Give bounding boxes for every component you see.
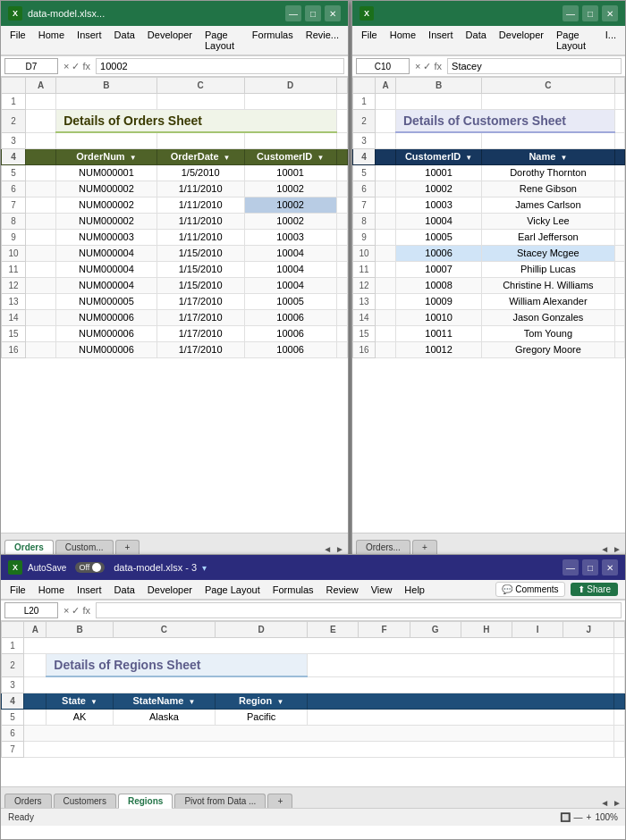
col-c-b[interactable]: C (113, 622, 215, 638)
table-row[interactable]: 14 NUM000006 1/17/2010 10006 (2, 309, 348, 325)
menu-pagelayout-tl[interactable]: Page Layout (199, 28, 245, 53)
tab-customers-b[interactable]: Customers (54, 794, 116, 808)
minimize-btn-tr[interactable]: — (563, 5, 579, 21)
col-d-tl[interactable]: D (244, 78, 336, 94)
menu-pagelayout-b[interactable]: Page Layout (199, 583, 266, 597)
col-f-b[interactable]: F (359, 622, 410, 638)
col-i-b[interactable]: I (512, 622, 563, 638)
tab-pivot-b[interactable]: Pivot from Data ... (174, 794, 266, 808)
table-row[interactable]: 12 NUM000004 1/15/2010 10004 (2, 277, 348, 293)
tab-orders-tr[interactable]: Orders... (356, 540, 410, 554)
col-j-b[interactable]: J (563, 622, 614, 638)
table-row[interactable]: 9 NUM000003 1/11/2010 10003 (2, 229, 348, 245)
menu-help-b[interactable]: Help (399, 583, 430, 597)
maximize-btn-tl[interactable]: □ (305, 5, 321, 21)
name-box-tr[interactable] (356, 58, 410, 74)
col-e-b[interactable]: E (308, 622, 359, 638)
col-a-tl[interactable]: A (25, 78, 55, 94)
table-row[interactable]: 16 NUM000006 1/17/2010 10006 (2, 341, 348, 357)
table-row[interactable]: 11 NUM000004 1/15/2010 10004 (2, 261, 348, 277)
menu-data-tr[interactable]: Data (461, 28, 492, 53)
table-row[interactable]: 5 10001 Dorothy Thornton (353, 164, 625, 181)
menu-developer-b[interactable]: Developer (142, 583, 198, 597)
col-a-tr[interactable]: A (376, 78, 396, 94)
table-row[interactable]: 12 10008 Christine H. Williams (353, 277, 625, 293)
col-b-tr[interactable]: B (395, 78, 481, 94)
table-row[interactable]: 9 10005 Earl Jefferson (353, 229, 625, 245)
share-button[interactable]: ⬆ Share (571, 583, 618, 596)
table-row[interactable]: 7 NUM000002 1/11/2010 10002 (2, 197, 348, 213)
top-left-controls: — □ ✕ (285, 5, 341, 21)
menu-insert-tl[interactable]: Insert (72, 28, 107, 53)
menu-insert-tr[interactable]: Insert (423, 28, 459, 53)
menu-pagelayout-tr[interactable]: Page Layout (551, 28, 598, 53)
table-row[interactable]: 10 NUM000004 1/15/2010 10004 (2, 245, 348, 261)
menu-developer-tl[interactable]: Developer (142, 28, 198, 53)
maximize-btn-b[interactable]: □ (582, 559, 598, 575)
orders-header-row: 4 OrderNum ▼ OrderDate ▼ CustomerID ▼ (2, 148, 348, 164)
name-box-tl[interactable] (4, 58, 58, 74)
table-row[interactable]: 8 NUM000002 1/11/2010 10002 (2, 213, 348, 229)
tab-add-tl[interactable]: + (115, 540, 140, 554)
table-row[interactable]: 10 10006 Stacey Mcgee (353, 245, 625, 261)
table-row[interactable]: 14 10010 Jason Gonzales (353, 309, 625, 325)
close-btn-tl[interactable]: ✕ (325, 5, 341, 21)
comments-button[interactable]: 💬 Comments (495, 582, 564, 597)
menu-view-b[interactable]: View (366, 583, 398, 597)
col-c-tr[interactable]: C (482, 78, 614, 94)
menu-developer-tr[interactable]: Developer (494, 28, 549, 53)
tab-regions-b[interactable]: Regions (118, 794, 173, 809)
col-a-b[interactable]: A (24, 622, 47, 638)
tab-add-b[interactable]: + (267, 794, 292, 808)
table-row[interactable]: 8 10004 Vicky Lee (353, 213, 625, 229)
table-row[interactable]: 5 NUM000001 1/5/2010 10001 (2, 164, 348, 181)
table-row[interactable]: 11 10007 Phillip Lucas (353, 261, 625, 277)
close-btn-b[interactable]: ✕ (602, 559, 618, 575)
menu-home-b[interactable]: Home (33, 583, 70, 597)
menu-data-tl[interactable]: Data (109, 28, 140, 53)
autosave-toggle[interactable]: Off (75, 562, 105, 573)
formula-input-tr[interactable] (447, 58, 622, 74)
minimize-btn-b[interactable]: — (563, 559, 579, 575)
table-row[interactable]: 6 10002 Rene Gibson (353, 181, 625, 197)
table-row[interactable]: 5 AK Alaska Pacific (2, 709, 625, 725)
menu-home-tl[interactable]: Home (33, 28, 70, 53)
table-row[interactable]: 15 10011 Tom Young (353, 325, 625, 341)
menu-formulas-tl[interactable]: Formulas (247, 28, 299, 53)
col-d-b[interactable]: D (216, 622, 308, 638)
col-b-tl[interactable]: B (56, 78, 157, 94)
col-customerid-header: CustomerID ▼ (244, 148, 336, 164)
table-row[interactable]: 6 NUM000002 1/11/2010 10002 (2, 181, 348, 197)
table-row[interactable]: 16 10012 Gregory Moore (353, 341, 625, 357)
menu-insert-b[interactable]: Insert (72, 583, 107, 597)
table-row[interactable]: 7 10003 James Carlson (353, 197, 625, 213)
col-h-b[interactable]: H (461, 622, 512, 638)
menu-home-tr[interactable]: Home (385, 28, 421, 53)
tab-orders-tl[interactable]: Orders (4, 540, 54, 555)
col-g-b[interactable]: G (410, 622, 461, 638)
menu-i-tr[interactable]: I... (600, 28, 622, 53)
minimize-btn-tl[interactable]: — (285, 5, 301, 21)
close-btn-tr[interactable]: ✕ (602, 5, 618, 21)
tab-custom-tl[interactable]: Custom... (55, 540, 114, 554)
col-b-b[interactable]: B (47, 622, 113, 638)
menu-file-b[interactable]: File (4, 583, 31, 597)
menu-file-tr[interactable]: File (356, 28, 383, 53)
menu-data-b[interactable]: Data (109, 583, 140, 597)
formula-input-tl[interactable] (96, 58, 344, 74)
menu-review-tl[interactable]: Revie... (300, 28, 344, 53)
excel-icon-top-left: X (8, 6, 22, 21)
menu-file-tl[interactable]: File (4, 28, 31, 53)
name-box-b[interactable] (4, 602, 58, 618)
menu-review-b[interactable]: Review (321, 583, 364, 597)
table-row[interactable]: 15 NUM000006 1/17/2010 10006 (2, 325, 348, 341)
table-row[interactable]: 13 10009 William Alexander (353, 293, 625, 309)
tab-add-tr[interactable]: + (412, 540, 437, 554)
col-c-tl[interactable]: C (156, 78, 244, 94)
tab-orders-b[interactable]: Orders (4, 794, 52, 808)
menu-formulas-b[interactable]: Formulas (267, 583, 319, 597)
formula-input-b[interactable] (96, 602, 622, 618)
table-row[interactable]: 13 NUM000005 1/17/2010 10005 (2, 293, 348, 309)
formula-sep-tr: × ✓ fx (413, 61, 444, 72)
maximize-btn-tr[interactable]: □ (582, 5, 598, 21)
